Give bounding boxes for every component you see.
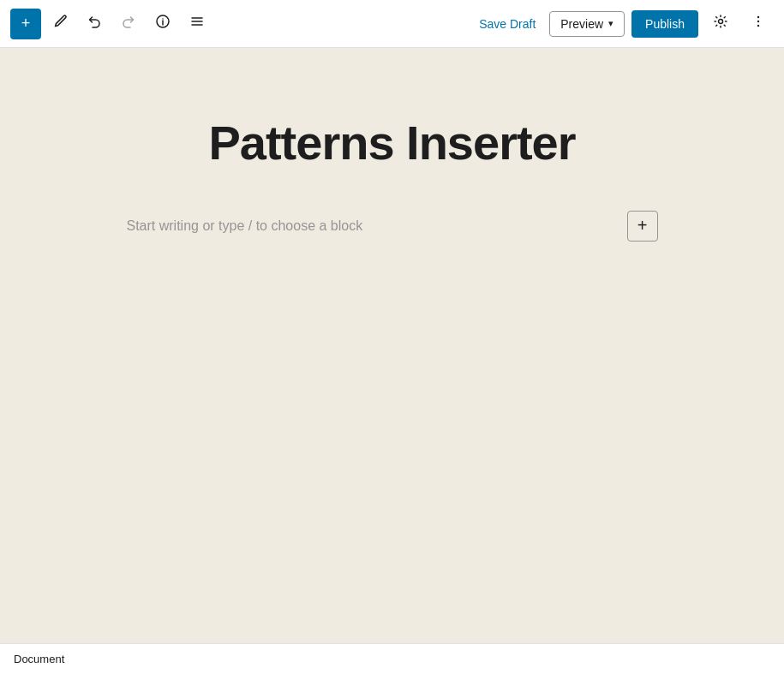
- toolbar-right: Save Draft Preview ▾ Publish: [472, 9, 774, 39]
- document-label[interactable]: Document: [14, 653, 64, 665]
- svg-point-2: [719, 20, 723, 24]
- editor-area: Patterns Inserter Start writing or type …: [0, 48, 784, 643]
- save-draft-button[interactable]: Save Draft: [472, 12, 542, 36]
- undo-icon: [87, 14, 102, 33]
- plus-icon: +: [21, 15, 31, 33]
- svg-point-5: [757, 25, 759, 27]
- gear-icon: [713, 14, 728, 33]
- list-view-button[interactable]: [182, 9, 212, 39]
- page-title: Patterns Inserter: [208, 116, 575, 170]
- block-placeholder-row: Start writing or type / to choose a bloc…: [127, 211, 658, 242]
- toolbar: +: [0, 0, 784, 48]
- redo-icon: [121, 14, 136, 33]
- toolbar-left: +: [10, 9, 469, 39]
- chevron-down-icon: ▾: [608, 19, 613, 28]
- publish-button[interactable]: Publish: [631, 10, 698, 38]
- svg-point-4: [757, 21, 759, 22]
- edit-mode-button[interactable]: [45, 9, 75, 39]
- add-block-inline-button[interactable]: +: [627, 211, 658, 242]
- settings-button[interactable]: [705, 9, 736, 39]
- more-options-button[interactable]: [743, 9, 774, 39]
- redo-button[interactable]: [113, 9, 144, 39]
- add-block-toolbar-button[interactable]: +: [10, 9, 41, 39]
- block-placeholder[interactable]: Start writing or type / to choose a bloc…: [127, 218, 617, 234]
- bottom-bar: Document: [0, 643, 784, 674]
- plus-inline-icon: +: [637, 216, 648, 236]
- preview-button[interactable]: Preview ▾: [549, 11, 625, 37]
- undo-button[interactable]: [79, 9, 110, 39]
- svg-point-3: [757, 16, 759, 18]
- preview-label: Preview: [560, 17, 603, 31]
- info-button[interactable]: [147, 9, 178, 39]
- list-icon: [189, 14, 205, 33]
- svg-point-1: [162, 18, 164, 20]
- more-icon: [751, 14, 766, 33]
- info-icon: [155, 14, 171, 33]
- edit-icon: [52, 14, 68, 33]
